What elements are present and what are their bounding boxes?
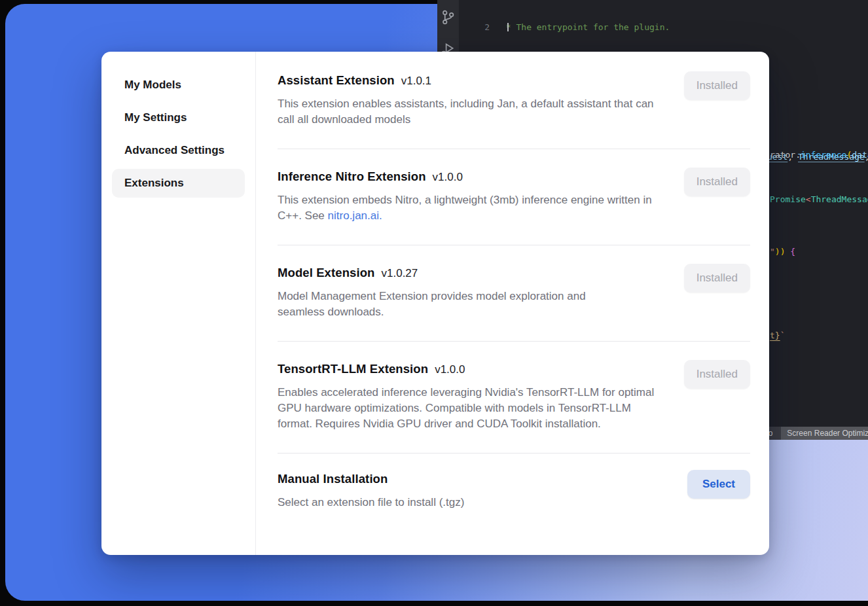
sidebar-item-label: Advanced Settings	[124, 144, 225, 157]
extension-version: v1.0.0	[435, 363, 465, 376]
extension-entry-manual-installation: Manual Installation Select an extension …	[278, 454, 750, 531]
extension-description: Model Management Extension provides mode…	[278, 289, 634, 320]
text-cursor	[507, 23, 509, 31]
extension-description: Select an extension file to install (.tg…	[278, 495, 664, 510]
extension-entry-inference-nitro: Inference Nitro Extension v1.0.0 This ex…	[278, 149, 750, 245]
settings-sidebar: My Models My Settings Advanced Settings …	[101, 52, 256, 555]
extensions-list: Assistant Extension v1.0.1 This extensio…	[256, 52, 769, 555]
code-fragment: t}`	[770, 330, 785, 341]
status-screen-reader-item[interactable]: Screen Reader Optimized	[781, 427, 868, 440]
sidebar-item-extensions[interactable]: Extensions	[112, 169, 245, 198]
source-control-icon[interactable]	[441, 9, 456, 28]
code-fragment: ")) {	[770, 247, 795, 257]
sidebar-item-label: My Settings	[124, 111, 187, 124]
sidebar-item-label: Extensions	[124, 177, 184, 190]
extension-entry-model: Model Extension v1.0.27 Model Management…	[278, 245, 750, 342]
sidebar-item-my-settings[interactable]: My Settings	[112, 103, 245, 132]
code-fragment: rator.inference(data));	[770, 150, 868, 160]
extension-version: v1.0.0	[433, 171, 463, 184]
code-fragment: Promise<ThreadMessage>	[770, 194, 868, 205]
nitro-jan-ai-link[interactable]: nitro.jan.ai.	[328, 209, 382, 222]
extension-name: Assistant Extension	[278, 73, 395, 88]
sidebar-item-my-models[interactable]: My Models	[112, 71, 245, 99]
extension-entry-assistant: Assistant Extension v1.0.1 This extensio…	[278, 52, 750, 149]
select-file-button[interactable]: Select	[687, 470, 750, 499]
extension-description: This extension embeds Nitro, a lightweig…	[278, 192, 664, 224]
sidebar-item-advanced-settings[interactable]: Advanced Settings	[112, 136, 245, 165]
installed-button[interactable]: Installed	[684, 264, 750, 293]
extension-version: v1.0.27	[382, 267, 418, 280]
extension-name: Inference Nitro Extension	[278, 169, 426, 184]
extension-name: TensortRT-LLM Extension	[278, 362, 428, 376]
extension-version: v1.0.1	[401, 75, 431, 88]
code-line: 2 * The entrypoint for the plugin.	[459, 22, 868, 33]
jan-settings-window: My Models My Settings Advanced Settings …	[101, 52, 769, 555]
line-number: 2	[459, 22, 490, 33]
desktop-scene: 2 * The entrypoint for the plugin. 3 */ …	[0, 0, 868, 606]
sidebar-item-label: My Models	[124, 79, 181, 92]
extension-description: Enables accelerated inference leveraging…	[278, 385, 664, 432]
installed-button[interactable]: Installed	[684, 71, 750, 100]
installed-button[interactable]: Installed	[684, 360, 750, 389]
installed-button[interactable]: Installed	[684, 168, 750, 196]
extension-entry-tensorrt-llm: TensortRT-LLM Extension v1.0.0 Enables a…	[278, 342, 750, 454]
extension-name: Manual Installation	[278, 472, 388, 486]
extension-description: This extension enables assistants, inclu…	[278, 96, 664, 128]
code-text: * The entrypoint for the plugin.	[490, 22, 670, 33]
extension-name: Model Extension	[278, 266, 375, 280]
